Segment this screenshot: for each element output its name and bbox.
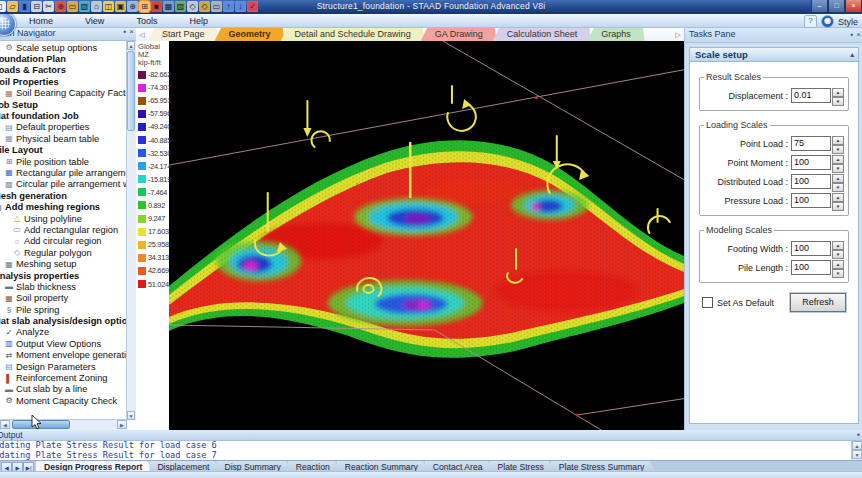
- close-icon[interactable]: ×: [129, 27, 134, 36]
- spinner-control[interactable]: ▲ ▼: [832, 88, 844, 103]
- scrollbar-down-button[interactable]: ▼: [852, 450, 862, 459]
- tree-item[interactable]: ◇ Regular polygon: [0, 247, 127, 258]
- spinner-control[interactable]: ▲ ▼: [832, 241, 844, 256]
- document-tab[interactable]: Geometry: [215, 27, 285, 41]
- spinner-up-icon[interactable]: ▲: [832, 136, 844, 145]
- spinner-down-icon[interactable]: ▼: [832, 202, 844, 211]
- document-tab[interactable]: Detail and Schedule Drawing: [281, 27, 425, 41]
- field-input[interactable]: 0.01: [791, 88, 831, 103]
- tree-item[interactable]: ⇄ Moment envelope generation: [0, 350, 127, 361]
- menu-item[interactable]: Help: [186, 16, 211, 26]
- document-tab[interactable]: GA Drawing: [421, 27, 497, 41]
- tab-scroll-right-icon[interactable]: ▷: [672, 28, 684, 41]
- tree-item[interactable]: ▥ Output View Options: [0, 338, 127, 349]
- scrollbar-up-button[interactable]: ▲: [127, 41, 135, 50]
- tree-item[interactable]: ⊞ Pile position table: [0, 156, 127, 167]
- collapse-icon[interactable]: ▴: [850, 48, 854, 62]
- field-input[interactable]: 100: [791, 193, 831, 208]
- navigator-vertical-scrollbar[interactable]: ▲ ▼: [126, 41, 136, 420]
- close-icon[interactable]: ×: [856, 30, 861, 39]
- tree-item[interactable]: ▦ Soil property: [0, 293, 127, 304]
- viewport-3d-scene[interactable]: Y: [169, 41, 684, 430]
- menu-item[interactable]: Home: [26, 16, 56, 26]
- pin-icon[interactable]: ▪: [857, 430, 860, 439]
- document-tab[interactable]: Graphs: [587, 27, 645, 41]
- tree-item[interactable]: ▦ Meshing setup: [0, 258, 127, 269]
- navigator-horizontal-scrollbar[interactable]: ◀ ▶: [0, 419, 127, 430]
- spinner-down-icon[interactable]: ▼: [832, 269, 844, 278]
- tree-item[interactable]: ▦ Soil Bearing Capacity Factors: [0, 88, 127, 99]
- style-label[interactable]: Style: [838, 17, 858, 27]
- spinner-down-icon[interactable]: ▼: [832, 250, 844, 259]
- tree-item[interactable]: ▬ Slab thickness: [0, 281, 127, 292]
- tree-item[interactable]: Foundation Plan: [0, 53, 127, 64]
- tree-item[interactable]: Analysis properties: [0, 270, 127, 281]
- scrollbar-up-button[interactable]: ▲: [852, 441, 862, 450]
- set-as-default-checkbox[interactable]: Set As Default: [702, 297, 774, 308]
- field-input[interactable]: 100: [791, 241, 831, 256]
- spinner-up-icon[interactable]: ▲: [832, 88, 844, 97]
- close-button[interactable]: ×: [845, 0, 862, 13]
- tree-item[interactable]: ▦ Add meshing regions: [0, 201, 127, 212]
- menu-item[interactable]: View: [82, 16, 107, 26]
- pin-icon[interactable]: ▪: [123, 27, 126, 36]
- output-scrollbar[interactable]: ▲ ▼: [851, 441, 862, 460]
- spinner-control[interactable]: ▲ ▼: [832, 193, 844, 208]
- spinner-control[interactable]: ▲ ▼: [832, 155, 844, 170]
- tree-item[interactable]: ✓ Analyze: [0, 327, 127, 338]
- tab-scroll-left-icon[interactable]: ◁: [136, 28, 148, 41]
- scrollbar-right-button[interactable]: ▶: [117, 420, 127, 429]
- tree-item[interactable]: Job Setup: [0, 99, 127, 110]
- maximize-button[interactable]: □: [828, 0, 845, 13]
- field-input[interactable]: 100: [791, 260, 831, 275]
- 3d-viewport[interactable]: Global MZ kip-ft/ft -82.662 -74.307: [136, 41, 684, 430]
- spinner-control[interactable]: ▲ ▼: [832, 174, 844, 189]
- tree-item[interactable]: ▌ Reinforcement Zoning: [0, 372, 127, 383]
- tree-item[interactable]: △ Using polyline: [0, 213, 127, 224]
- spinner-control[interactable]: ▲ ▼: [832, 136, 844, 151]
- spinner-down-icon[interactable]: ▼: [832, 183, 844, 192]
- spinner-up-icon[interactable]: ▲: [832, 193, 844, 202]
- minimize-button[interactable]: –: [811, 0, 828, 13]
- tree-item[interactable]: ○ Add circular region: [0, 236, 127, 247]
- scrollbar-down-button[interactable]: ▼: [127, 411, 135, 420]
- spinner-up-icon[interactable]: ▲: [832, 155, 844, 164]
- spinner-down-icon[interactable]: ▼: [832, 145, 844, 154]
- tree-item[interactable]: ▭ Add rectangular region: [0, 224, 127, 235]
- tree-item[interactable]: ▩ Circular pile arrangement wizard: [0, 179, 127, 190]
- spinner-up-icon[interactable]: ▲: [832, 260, 844, 269]
- field-input[interactable]: 75: [791, 136, 831, 151]
- tree-item[interactable]: ▤ Design Parameters: [0, 361, 127, 372]
- tree-item[interactable]: ▬ Cut slab by a line: [0, 384, 127, 395]
- spinner-down-icon[interactable]: ▼: [832, 97, 844, 106]
- scrollbar-thumb[interactable]: [127, 51, 135, 131]
- tree-item[interactable]: Mat slab analysis/design options: [0, 315, 127, 326]
- field-input[interactable]: 100: [791, 174, 831, 189]
- field-input[interactable]: 100: [791, 155, 831, 170]
- tree-item[interactable]: ⚙ Scale setup options: [0, 42, 127, 53]
- tree-item[interactable]: ▤ Default properties: [0, 122, 127, 133]
- style-icon[interactable]: ◉: [821, 15, 834, 28]
- tree-item[interactable]: ⚙ Moment Capacity Check: [0, 395, 127, 406]
- menu-item[interactable]: Tools: [133, 16, 160, 26]
- spinner-control[interactable]: ▲ ▼: [832, 260, 844, 275]
- output-log[interactable]: Updating Plate Stress Result for load ca…: [0, 441, 852, 460]
- tree-item[interactable]: ▦ Rectangular pile arrangement wizard: [0, 167, 127, 178]
- pin-icon[interactable]: ▪: [850, 30, 853, 39]
- tree-item[interactable]: Mat foundation Job: [0, 110, 127, 121]
- checkbox-icon[interactable]: [702, 297, 713, 308]
- document-tab[interactable]: Start Page: [148, 27, 219, 41]
- help-icon[interactable]: ?: [804, 15, 817, 28]
- tree-item[interactable]: Soil Properties: [0, 76, 127, 87]
- tree-item[interactable]: ▦ Physical beam table: [0, 133, 127, 144]
- tree-item[interactable]: Pile Layout: [0, 145, 127, 156]
- tree-item[interactable]: Mesh generation: [0, 190, 127, 201]
- spinner-down-icon[interactable]: ▼: [832, 164, 844, 173]
- refresh-button[interactable]: Refresh: [790, 293, 846, 312]
- tree-item[interactable]: Loads & Factors: [0, 65, 127, 76]
- spinner-up-icon[interactable]: ▲: [832, 174, 844, 183]
- document-tab[interactable]: Calculation Sheet: [493, 27, 592, 41]
- tree-item[interactable]: § Pile spring: [0, 304, 127, 315]
- spinner-up-icon[interactable]: ▲: [832, 241, 844, 250]
- scrollbar-left-button[interactable]: ◀: [0, 420, 10, 429]
